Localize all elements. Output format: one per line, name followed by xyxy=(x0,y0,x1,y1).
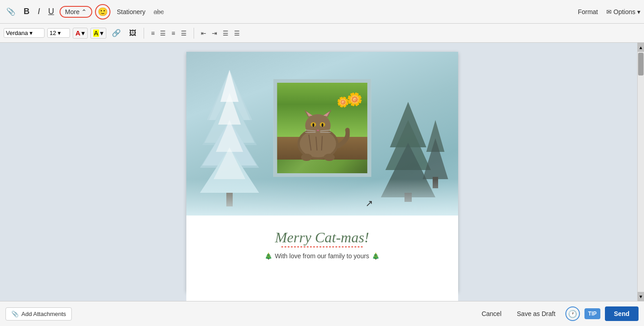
text-color-chevron: ▾ xyxy=(81,29,85,37)
scroll-up-button[interactable]: ▲ xyxy=(638,43,644,52)
attachment-button[interactable]: 📎 xyxy=(4,5,18,18)
svg-point-25 xyxy=(321,123,323,127)
heading-text: Merry Cat-mas! xyxy=(275,229,369,246)
separator xyxy=(144,28,144,39)
svg-marker-38 xyxy=(423,138,448,179)
cancel-label: Cancel xyxy=(482,310,502,317)
scrollbar[interactable]: ▲ ▼ xyxy=(637,43,644,301)
align-group: ≡ ☰ ≡ ☰ xyxy=(149,28,189,38)
bold-button[interactable]: B xyxy=(21,5,32,18)
font-size-value: 12 xyxy=(50,30,56,36)
indent-right-button[interactable]: ⇥ xyxy=(210,28,220,38)
underline-button[interactable]: U xyxy=(45,5,57,18)
format-button[interactable]: Format xyxy=(574,6,601,17)
svg-point-32 xyxy=(324,154,334,161)
schedule-button[interactable]: 🕐 xyxy=(565,306,580,321)
image-icon: 🖼 xyxy=(129,29,136,37)
more-label: More xyxy=(65,8,80,15)
snow-overlay xyxy=(186,179,458,216)
align-justify-button[interactable]: ☰ xyxy=(179,28,189,38)
email-heading: Merry Cat-mas! xyxy=(195,229,449,246)
abc-icon: abc xyxy=(154,8,164,15)
mail-icon: ✉ xyxy=(606,8,612,15)
send-button[interactable]: Send xyxy=(605,306,639,321)
abc-button[interactable]: abc xyxy=(152,6,166,17)
tree-right-icon: 🎄 xyxy=(372,252,379,260)
format-label: Format xyxy=(578,8,598,15)
cat-icon xyxy=(286,107,349,162)
italic-button[interactable]: I xyxy=(35,5,43,18)
main-content-area: 🌼 🌼 xyxy=(0,43,644,301)
link-icon: 🔗 xyxy=(112,29,121,37)
save-draft-button[interactable]: Save as Draft xyxy=(511,306,561,321)
list-unordered-button[interactable]: ☰ xyxy=(232,28,242,38)
email-body[interactable]: Merry Cat-mas! 🎄 With love from our fami… xyxy=(186,216,458,301)
chevron-down-icon: ▾ xyxy=(637,8,640,15)
align-center-button[interactable]: ☰ xyxy=(158,28,168,38)
toolbar-top-left: 📎 B I U More ⌃ 🙂 Stationery abc xyxy=(4,4,574,20)
attachment-icon: 📎 xyxy=(11,311,19,317)
svg-point-24 xyxy=(312,123,314,127)
options-button[interactable]: ✉ Options ▾ xyxy=(606,8,640,15)
toolbar-second: Verdana ▾ 12 ▾ A ▾ A ▾ 🔗 🖼 ≡ ☰ ≡ ☰ ⇤ ⇥ ☰… xyxy=(0,24,644,43)
add-attachments-label: Add Attachments xyxy=(21,311,66,317)
more-button[interactable]: More ⌃ xyxy=(60,6,92,18)
spell-check-underline xyxy=(281,246,363,247)
tip-button[interactable]: TIP xyxy=(584,308,600,319)
image-button[interactable]: 🖼 xyxy=(126,27,139,39)
email-subtext: 🎄 With love from our family to yours 🎄 xyxy=(195,252,449,260)
bottom-bar: 📎 Add Attachments Cancel Save as Draft 🕐… xyxy=(0,301,644,326)
photo-content: 🌼 🌼 xyxy=(277,83,367,173)
tree-left-icon: 🎄 xyxy=(265,252,272,260)
font-name: Verdana xyxy=(6,30,28,36)
save-draft-label: Save as Draft xyxy=(517,310,555,317)
svg-point-17 xyxy=(305,114,330,137)
tip-label: TIP xyxy=(588,311,597,317)
bg-color-icon: A xyxy=(93,30,99,37)
send-label: Send xyxy=(614,310,629,317)
toolbar-top-right: Format ✉ Options ▾ xyxy=(574,6,640,17)
clock-icon: 🕐 xyxy=(568,310,577,318)
align-right-button[interactable]: ≡ xyxy=(169,28,177,38)
separator2 xyxy=(194,28,194,39)
link-button[interactable]: 🔗 xyxy=(109,27,124,39)
indent-group: ⇤ ⇥ ☰ ☰ xyxy=(199,28,242,38)
emoji-button[interactable]: 🙂 xyxy=(95,4,110,20)
stationery-label: Stationery xyxy=(117,8,145,15)
align-left-button[interactable]: ≡ xyxy=(149,28,157,38)
stationery-button[interactable]: Stationery xyxy=(113,6,149,17)
subtext-content: With love from our family to yours xyxy=(275,252,369,260)
svg-point-31 xyxy=(301,154,312,161)
bg-color-button[interactable]: A ▾ xyxy=(90,28,106,39)
options-label: Options xyxy=(614,8,635,15)
list-ordered-button[interactable]: ☰ xyxy=(220,28,231,38)
indent-left-button[interactable]: ⇤ xyxy=(199,28,209,38)
toolbar-top: 📎 B I U More ⌃ 🙂 Stationery abc Format ✉… xyxy=(0,0,644,24)
stationery-background: 🌼 🌼 xyxy=(186,52,458,216)
scroll-down-button[interactable]: ▼ xyxy=(638,292,644,301)
font-size-selector[interactable]: 12 ▾ xyxy=(47,28,70,38)
text-color-button[interactable]: A ▾ xyxy=(73,28,88,39)
size-chevron-icon: ▾ xyxy=(58,30,61,36)
cancel-button[interactable]: Cancel xyxy=(476,306,507,321)
chevron-up-icon: ⌃ xyxy=(81,8,87,15)
email-card: 🌼 🌼 xyxy=(186,52,458,292)
photo-frame: 🌼 🌼 xyxy=(273,79,371,177)
bottom-right-actions: Cancel Save as Draft 🕐 TIP Send xyxy=(476,306,639,321)
add-attachments-button[interactable]: 📎 Add Attachments xyxy=(5,307,72,321)
bg-color-chevron: ▾ xyxy=(100,29,104,37)
emoji-icon: 🙂 xyxy=(98,7,108,17)
text-color-icon: A xyxy=(75,29,80,37)
scrollbar-thumb[interactable] xyxy=(638,53,644,75)
font-chevron-icon: ▾ xyxy=(30,30,33,36)
font-selector[interactable]: Verdana ▾ xyxy=(4,28,45,38)
